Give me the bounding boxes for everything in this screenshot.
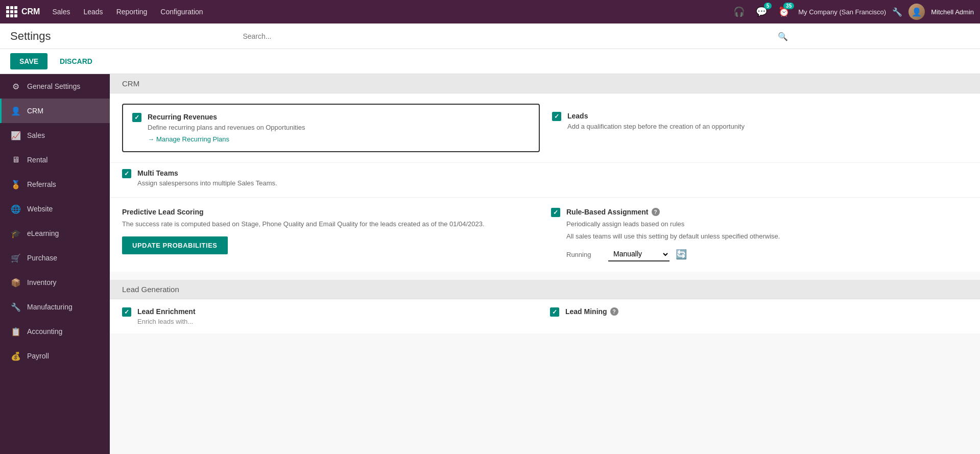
sidebar-label-website: Website xyxy=(27,205,53,213)
search-bar: 🔍 xyxy=(61,32,970,40)
recurring-revenues-checkbox[interactable] xyxy=(132,113,141,122)
crm-section-title: CRM xyxy=(122,79,139,88)
admin-name[interactable]: Mitchell Admin xyxy=(931,8,974,16)
running-row: Running Manually 🔄 xyxy=(566,247,780,261)
search-input[interactable] xyxy=(243,32,788,40)
lead-enrichment-title: Lead Enrichment xyxy=(137,307,196,316)
sidebar-item-crm[interactable]: 👤 CRM xyxy=(0,99,110,123)
rule-based-sub-description: All sales teams will use this setting by… xyxy=(566,231,780,242)
sidebar-item-inventory[interactable]: 📦 Inventory xyxy=(0,270,110,295)
sidebar-item-rental[interactable]: 🖥 Rental xyxy=(0,148,110,172)
pls-left: Predictive Lead Scoring The success rate… xyxy=(122,208,539,261)
sidebar-label-elearning: eLearning xyxy=(27,229,59,237)
update-probabilities-button[interactable]: UPDATE PROBABILITIES xyxy=(122,236,228,254)
sidebar-label-rental: Rental xyxy=(27,156,47,164)
company-name[interactable]: My Company (San Francisco) xyxy=(798,8,886,16)
notifications-btn[interactable]: ⏰ 35 xyxy=(776,4,792,20)
pls-title: Predictive Lead Scoring xyxy=(122,208,539,216)
multi-teams-description: Assign salespersons into multiple Sales … xyxy=(137,179,277,187)
sidebar-label-payroll: Payroll xyxy=(27,352,49,360)
rental-icon: 🖥 xyxy=(10,154,22,166)
leads-setting: Leads Add a qualification step before th… xyxy=(550,104,968,152)
inventory-icon: 📦 xyxy=(10,276,22,289)
nav-configuration[interactable]: Configuration xyxy=(154,5,209,19)
lead-mining-content: Lead Mining ? xyxy=(565,307,618,316)
sidebar-label-general-settings: General Settings xyxy=(27,82,80,90)
messages-badge: 5 xyxy=(764,3,772,9)
lead-enrichment-content: Lead Enrichment Enrich leads with... xyxy=(137,307,196,325)
lead-gen-grid: Lead Enrichment Enrich leads with... Lea… xyxy=(110,299,980,333)
sidebar-item-website[interactable]: 🌐 Website xyxy=(0,197,110,221)
multi-teams-inner: Multi Teams Assign salespersons into mul… xyxy=(122,169,968,187)
sidebar-item-referrals[interactable]: 🏅 Referrals xyxy=(0,172,110,197)
lead-mining-title: Lead Mining xyxy=(565,307,607,316)
rule-based-inner: Rule-Based Assignment ? Periodically ass… xyxy=(551,208,968,261)
website-icon: 🌐 xyxy=(10,203,22,215)
main-layout: ⚙ General Settings 👤 CRM 📈 Sales 🖥 Renta… xyxy=(0,74,980,454)
navbar-right: 🎧 💬 5 ⏰ 35 My Company (San Francisco) 🔧 … xyxy=(731,4,974,20)
running-label: Running xyxy=(566,251,602,258)
pls-section: Predictive Lead Scoring The success rate… xyxy=(110,197,980,272)
nav-leads[interactable]: Leads xyxy=(77,5,109,19)
sidebar-item-purchase[interactable]: 🛒 Purchase xyxy=(0,246,110,270)
headset-icon-btn[interactable]: 🎧 xyxy=(731,4,747,20)
manage-recurring-plans-link[interactable]: Manage Recurring Plans xyxy=(148,135,229,143)
discard-button[interactable]: DISCARD xyxy=(54,53,99,69)
sidebar-label-inventory: Inventory xyxy=(27,278,57,286)
lead-enrichment-setting: Lead Enrichment Enrich leads with... xyxy=(122,307,540,325)
navbar: CRM Sales Leads Reporting Configuration … xyxy=(0,0,980,23)
save-button[interactable]: SAVE xyxy=(10,53,47,69)
lead-mining-setting: Lead Mining ? xyxy=(550,307,968,325)
multi-teams-checkbox[interactable] xyxy=(122,169,131,178)
payroll-icon: 💰 xyxy=(10,350,22,362)
nav-links: Sales Leads Reporting Configuration xyxy=(46,5,209,19)
rule-based-checkbox[interactable] xyxy=(551,208,560,217)
rule-based-help-icon[interactable]: ? xyxy=(652,208,660,216)
leads-description: Add a qualification step before the crea… xyxy=(567,122,745,131)
sub-header: Settings 🔍 xyxy=(0,23,980,49)
page-title: Settings xyxy=(10,30,51,43)
grid-icon xyxy=(6,6,17,17)
recurring-revenues-setting: Recurring Revenues Define recurring plan… xyxy=(122,104,540,152)
crm-icon: 👤 xyxy=(10,105,22,117)
multi-teams-row: Multi Teams Assign salespersons into mul… xyxy=(110,162,980,197)
avatar[interactable]: 👤 xyxy=(909,4,925,20)
running-select[interactable]: Manually xyxy=(608,247,670,261)
sidebar-label-purchase: Purchase xyxy=(27,254,57,262)
lead-gen-title: Lead Generation xyxy=(122,285,179,294)
manufacturing-icon: 🔧 xyxy=(10,301,22,313)
brand-name: CRM xyxy=(21,7,40,16)
nav-sales[interactable]: Sales xyxy=(46,5,76,19)
sidebar-item-general-settings[interactable]: ⚙ General Settings xyxy=(0,74,110,99)
wrench-icon[interactable]: 🔧 xyxy=(892,7,902,17)
lead-mining-help-icon[interactable]: ? xyxy=(610,307,618,316)
messages-btn[interactable]: 💬 5 xyxy=(753,4,770,20)
referrals-icon: 🏅 xyxy=(10,178,22,190)
multi-teams-title: Multi Teams xyxy=(137,169,277,177)
search-icon[interactable]: 🔍 xyxy=(778,31,788,41)
sidebar-item-accounting[interactable]: 📋 Accounting xyxy=(0,319,110,344)
sidebar-item-sales[interactable]: 📈 Sales xyxy=(0,123,110,148)
sidebar-item-manufacturing[interactable]: 🔧 Manufacturing xyxy=(0,295,110,319)
lead-enrichment-checkbox[interactable] xyxy=(122,307,131,317)
crm-section-header: CRM xyxy=(110,74,980,93)
leads-checkbox[interactable] xyxy=(552,112,561,121)
pls-inner: Predictive Lead Scoring The success rate… xyxy=(122,208,968,261)
rule-based-content: Rule-Based Assignment ? Periodically ass… xyxy=(566,208,780,261)
lead-gen-section-header: Lead Generation xyxy=(110,280,980,299)
rule-based-right: Rule-Based Assignment ? Periodically ass… xyxy=(551,208,968,261)
toolbar: SAVE DISCARD xyxy=(0,49,980,74)
top-settings-row: Recurring Revenues Define recurring plan… xyxy=(110,93,980,162)
sidebar-item-elearning[interactable]: 🎓 eLearning xyxy=(0,221,110,246)
sales-icon: 📈 xyxy=(10,129,22,141)
sidebar-label-accounting: Accounting xyxy=(27,327,62,336)
headset-icon: 🎧 xyxy=(733,6,745,17)
sidebar-label-manufacturing: Manufacturing xyxy=(27,303,73,311)
brand-logo[interactable]: CRM xyxy=(6,6,40,17)
lead-mining-checkbox[interactable] xyxy=(550,307,559,317)
refresh-icon[interactable]: 🔄 xyxy=(676,249,687,260)
nav-reporting[interactable]: Reporting xyxy=(110,5,154,19)
sidebar-item-payroll[interactable]: 💰 Payroll xyxy=(0,344,110,368)
recurring-revenues-title: Recurring Revenues xyxy=(148,113,305,121)
lead-mining-title-row: Lead Mining ? xyxy=(565,307,618,316)
